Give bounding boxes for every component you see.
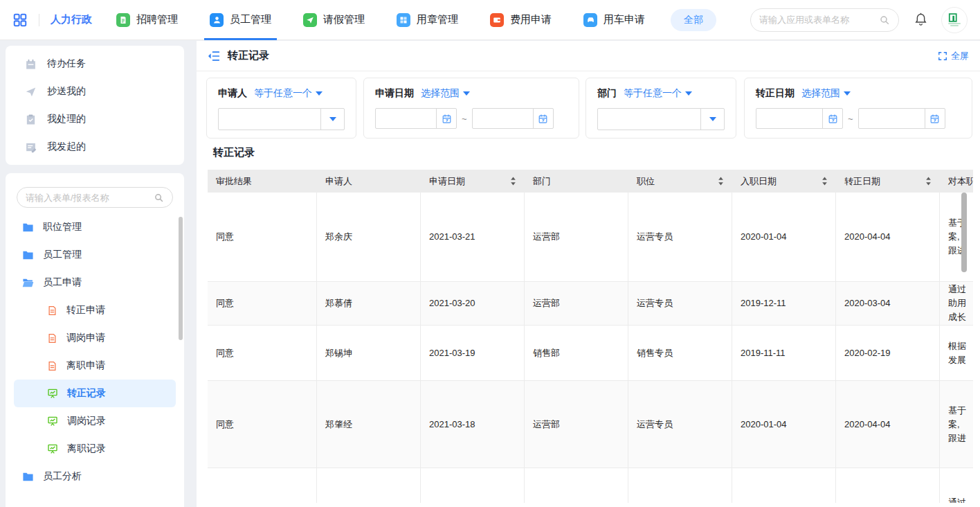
fullscreen-button[interactable]: 全屏 (938, 50, 969, 62)
tree-item-regularization-records[interactable]: 转正记录 (14, 380, 176, 407)
tab-label: 用车申请 (604, 13, 645, 26)
cell-applicant: 郑锡坤 (317, 326, 421, 380)
tree-item-resignation-records[interactable]: 离职记录 (6, 435, 184, 463)
tree-item-label: 员工分析 (43, 470, 82, 483)
tab-vehicle[interactable]: 用车申请 (568, 0, 661, 40)
filter-field-label: 申请人 (218, 87, 247, 100)
column-header-position: 职位 (628, 170, 732, 193)
sidebar-search[interactable] (17, 187, 173, 208)
vehicle-car-icon (583, 13, 597, 27)
table-row[interactable]: 同意郑慕倩2021-03-20运营部运营专员2019-12-112020-03-… (208, 282, 973, 326)
filter-operator-dropdown[interactable]: 等于任意一个 (624, 87, 692, 100)
cell-hire-date: 2019-12-11 (732, 282, 836, 325)
all-apps-button[interactable]: 全部 (671, 9, 716, 31)
tree-item-resignation-apply[interactable]: 离职申请 (6, 352, 184, 380)
filter-operator-dropdown[interactable]: 选择范围 (421, 87, 470, 100)
tree-item-employee-mgmt[interactable]: 员工管理 (6, 241, 184, 269)
select-caret-button[interactable] (700, 109, 724, 130)
calendar-picker-button[interactable] (925, 109, 945, 128)
filter-input-row: ~ (375, 108, 568, 129)
sort-icon[interactable] (718, 177, 724, 186)
collapse-menu-icon[interactable] (208, 51, 220, 62)
calendar-picker-button[interactable] (822, 109, 842, 128)
recruitment-doc-icon (116, 13, 130, 27)
sort-icon[interactable] (822, 177, 828, 186)
apps-grid-icon[interactable] (12, 12, 28, 28)
folder-icon (22, 222, 34, 233)
sidebar-item-cc-to-me[interactable]: 抄送我的 (6, 78, 184, 105)
tab-expense[interactable]: 费用申请 (474, 0, 568, 40)
sidebar-scrollbar-thumb[interactable] (179, 217, 183, 340)
tree-item-transfer-records[interactable]: 调岗记录 (6, 407, 184, 435)
tab-label: 请假管理 (323, 13, 365, 26)
tree-item-position-mgmt[interactable]: 职位管理 (6, 213, 184, 241)
topbar-search[interactable] (750, 8, 899, 32)
sidebar-item-handled-by-me[interactable]: 我处理的 (6, 105, 184, 133)
topbar-divider (39, 14, 39, 26)
tab-label: 费用申请 (510, 13, 552, 26)
filter-apply-date: 申请日期选择范围~ (363, 78, 579, 139)
calendar-picker-button[interactable] (436, 109, 456, 128)
notification-bell-icon[interactable] (914, 12, 927, 27)
table-header-row: 审批结果申请人申请日期部门职位入职日期转正日期对本职 (208, 170, 973, 193)
cell-hire-date: 2019-12-11 (732, 468, 836, 503)
sidebar-item-initiated-by-me[interactable]: 我发起的 (6, 133, 184, 161)
select-caret-button[interactable] (320, 109, 344, 130)
report-icon (47, 443, 58, 454)
sort-icon[interactable] (510, 177, 516, 186)
report-icon (47, 416, 58, 427)
tree-item-label: 调岗申请 (66, 332, 105, 344)
calendar-icon (828, 114, 838, 124)
edit-note-icon (25, 141, 37, 153)
sidebar-search-input[interactable] (26, 193, 154, 203)
cell-applicant: 郑慕倩 (317, 282, 421, 325)
tree-item-employee-apply[interactable]: 员工申请 (6, 269, 184, 296)
tree-item-transfer-apply[interactable]: 调岗申请 (6, 324, 184, 352)
filter-select-department[interactable] (597, 108, 725, 130)
date-input-regularization-date-start[interactable] (756, 108, 843, 129)
filter-operator-label: 等于任意一个 (254, 87, 312, 100)
calendar-icon (25, 58, 37, 70)
tree-item-regularization-apply[interactable]: 转正申请 (6, 296, 184, 324)
tree-item-employee-analysis[interactable]: 员工分析 (6, 463, 184, 490)
search-icon[interactable] (879, 15, 890, 26)
sidebar-quick-links: 待办任务抄送我的我处理的我发起的 (6, 46, 184, 165)
search-icon[interactable] (154, 193, 164, 203)
date-input-apply-date-end[interactable] (472, 108, 554, 129)
date-input-regularization-date-end[interactable] (858, 108, 945, 129)
tab-recruitment[interactable]: 招聘管理 (100, 0, 194, 40)
table-row[interactable]: 同意郑余庆2021-03-21运营部运营专员2020-01-042020-04-… (208, 193, 973, 282)
table-row[interactable]: 同意郑肇经2021-03-18运营部运营专员2020-01-042020-04-… (208, 381, 973, 468)
topbar-search-input[interactable] (759, 15, 879, 25)
date-input-value (756, 109, 822, 128)
company-logo[interactable] (941, 7, 968, 33)
regularization-records-table: 审批结果申请人申请日期部门职位入职日期转正日期对本职 同意郑余庆2021-03-… (208, 170, 973, 503)
cell-regularization-date: 2020-04-04 (836, 381, 940, 468)
filter-operator-dropdown[interactable]: 等于任意一个 (254, 87, 323, 100)
filter-operator-dropdown[interactable]: 选择范围 (801, 87, 851, 100)
table-row[interactable]: 同意郑锡坤2021-03-19销售部销售专员2019-11-112020-02-… (208, 326, 973, 381)
calendar-icon (929, 114, 940, 124)
date-input-apply-date-start[interactable] (375, 108, 457, 129)
filter-operator-label: 等于任意一个 (624, 87, 682, 100)
cell-apply-date: 2021-03-20 (421, 282, 525, 325)
clipboard-check-icon (25, 114, 37, 125)
filter-select-applicant[interactable] (218, 108, 345, 130)
sort-icon[interactable] (925, 177, 932, 186)
workspace-name[interactable]: 人力行政 (51, 13, 92, 26)
sidebar-item-todo-tasks[interactable]: 待办任务 (6, 50, 184, 78)
table-row[interactable]: 同意郑洪业2021-03-17运营部运营专员2019-12-112020-03-… (208, 468, 973, 503)
tab-leave[interactable]: 请假管理 (287, 0, 381, 40)
tree-item-label: 调岗记录 (67, 415, 106, 427)
table-scrollbar-thumb[interactable] (961, 193, 967, 272)
tab-employee[interactable]: 员工管理 (194, 0, 287, 40)
tab-seal[interactable]: 用章管理 (381, 0, 474, 40)
fullscreen-label: 全屏 (951, 50, 969, 62)
filter-input-row: ~ (756, 108, 961, 129)
filter-select-value (219, 109, 320, 130)
cell-apply-date: 2021-03-19 (421, 326, 525, 380)
calendar-picker-button[interactable] (533, 109, 553, 128)
calendar-icon (538, 114, 548, 124)
leave-send-icon (303, 13, 317, 27)
cell-department: 运营部 (525, 282, 628, 325)
